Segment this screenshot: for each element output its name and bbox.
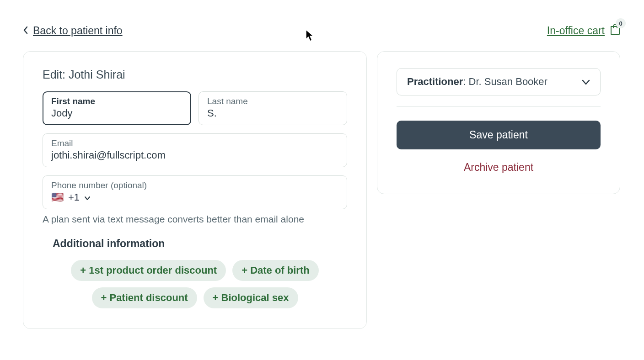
- practitioner-name: : Dr. Susan Booker: [463, 76, 547, 87]
- additional-chips: + 1st product order discount + Date of b…: [67, 260, 323, 308]
- edit-title: Edit: Jothi Shirai: [43, 68, 347, 81]
- chip-date-of-birth[interactable]: + Date of birth: [232, 260, 319, 281]
- archive-patient-button[interactable]: Archive patient: [397, 161, 601, 174]
- chip-patient-discount[interactable]: + Patient discount: [92, 287, 197, 308]
- shopping-bag-icon: 0: [609, 23, 621, 38]
- back-link[interactable]: Back to patient info: [23, 25, 123, 37]
- edit-patient-card: Edit: Jothi Shirai First name Last name …: [23, 51, 367, 329]
- actions-card: Practitioner: Dr. Susan Booker Save pati…: [377, 51, 620, 194]
- phone-field[interactable]: Phone number (optional) 🇺🇸 +1: [43, 175, 347, 209]
- chevron-left-icon: [23, 25, 28, 37]
- save-patient-button[interactable]: Save patient: [397, 121, 601, 149]
- cart-link[interactable]: In-office cart 0: [547, 23, 621, 38]
- email-field[interactable]: Email: [43, 133, 347, 167]
- phone-code: +1: [68, 191, 80, 203]
- first-name-label: First name: [51, 96, 182, 106]
- practitioner-label: Practitioner: [407, 76, 463, 87]
- flag-icon: 🇺🇸: [51, 191, 64, 203]
- cart-link-label: In-office cart: [547, 25, 605, 37]
- divider: [397, 106, 601, 107]
- chip-product-discount[interactable]: + 1st product order discount: [71, 260, 226, 281]
- phone-label: Phone number (optional): [51, 180, 338, 191]
- last-name-label: Last name: [207, 96, 338, 106]
- chevron-down-icon[interactable]: [84, 191, 91, 203]
- phone-hint: A plan sent via text message converts be…: [43, 214, 347, 225]
- first-name-field[interactable]: First name: [43, 91, 191, 125]
- chevron-down-icon: [582, 76, 590, 88]
- chip-biological-sex[interactable]: + Biological sex: [204, 287, 298, 308]
- cart-count-badge: 0: [616, 18, 626, 28]
- first-name-input[interactable]: [51, 107, 182, 119]
- main-content: Edit: Jothi Shirai First name Last name …: [23, 51, 621, 329]
- email-label: Email: [51, 138, 338, 148]
- last-name-input[interactable]: [207, 107, 338, 119]
- last-name-field[interactable]: Last name: [199, 91, 347, 125]
- practitioner-select[interactable]: Practitioner: Dr. Susan Booker: [397, 68, 601, 95]
- back-link-label: Back to patient info: [33, 25, 123, 37]
- top-bar: Back to patient info In-office cart 0: [23, 23, 621, 38]
- email-input[interactable]: [51, 149, 338, 161]
- name-row: First name Last name: [43, 91, 347, 125]
- additional-info-heading: Additional information: [53, 238, 347, 250]
